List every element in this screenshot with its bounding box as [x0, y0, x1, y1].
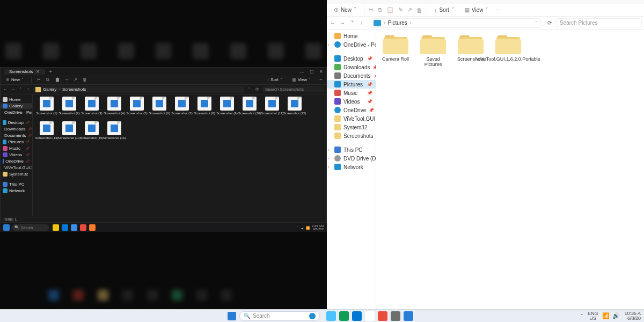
nav-recent-button[interactable]: ˅: [348, 20, 356, 26]
sidebar-item-downloads[interactable]: Downloads📌: [1, 126, 32, 132]
file-item[interactable]: Screenshot (8): [194, 97, 215, 119]
folder-item[interactable]: Camera Roll: [379, 35, 412, 68]
sidebar-item-vivetool-gui-1-6-2-0[interactable]: ViVeTool.GUI.1.6.2.0: [327, 114, 376, 123]
sidebar-item-system32[interactable]: System32: [1, 171, 32, 177]
file-item[interactable]: Screenshot (7): [171, 97, 193, 119]
file-item[interactable]: Screenshot (3): [81, 97, 103, 119]
sidebar-item-desktop[interactable]: Desktop📌: [1, 120, 32, 126]
file-item[interactable]: Screenshot (16): [104, 121, 125, 144]
new-tab-button[interactable]: ＋: [48, 68, 53, 75]
sidebar-item-home[interactable]: Home: [327, 32, 376, 40]
system-tray[interactable]: ˄ ENG US 📶 🔊 10:35 A 6/8/20: [413, 311, 644, 321]
share-icon[interactable]: ↗: [407, 6, 412, 13]
sidebar-item-videos[interactable]: Videos📌: [327, 97, 376, 106]
language-indicator[interactable]: ENG US: [588, 311, 598, 321]
sidebar-item-screenshots[interactable]: Screenshots: [327, 131, 376, 140]
view-button[interactable]: ▦View ˅: [290, 77, 313, 83]
sidebar-item-gallery[interactable]: Gallery: [1, 103, 32, 109]
taskbar-app[interactable]: [326, 311, 336, 321]
sidebar-item-music[interactable]: Music📌: [1, 145, 32, 151]
sort-button[interactable]: ↕Sort ˅: [431, 5, 457, 14]
sidebar-item-music[interactable]: Music📌: [327, 89, 376, 97]
sidebar-item-onedrive-persona[interactable]: ›OneDrive - Persona: [327, 40, 376, 49]
nav-forward-button[interactable]: →: [339, 20, 346, 26]
sidebar-item-videos[interactable]: Videos📌: [1, 152, 32, 158]
taskbar-app[interactable]: [365, 311, 375, 321]
sidebar-item-dvd-drive-d-ccc[interactable]: ›DVD Drive (D:) CCC: [327, 154, 376, 163]
dark-tab-screenshots[interactable]: Screenshots ✕: [4, 69, 45, 75]
cut-icon[interactable]: ✂: [37, 77, 41, 82]
sidebar-item-network[interactable]: ›Network: [327, 163, 376, 171]
search-input[interactable]: Search Pictures: [556, 18, 642, 27]
breadcrumb[interactable]: › Pictures › ˅: [370, 18, 541, 28]
taskbar-app[interactable]: [53, 224, 59, 231]
sidebar-item-desktop[interactable]: Desktop📌: [327, 54, 376, 63]
chevron-right-icon[interactable]: ›: [328, 156, 330, 161]
taskbar-app[interactable]: [391, 311, 400, 321]
file-item[interactable]: Screenshot (14): [58, 121, 80, 144]
sidebar-item-this-pc[interactable]: This PC: [1, 181, 32, 187]
paste-icon[interactable]: 📋: [55, 77, 60, 82]
sort-button[interactable]: ↕Sort ˅: [265, 77, 284, 83]
new-button[interactable]: ⊕New ˅: [331, 5, 360, 14]
refresh-button[interactable]: ⟳: [254, 87, 260, 92]
clock[interactable]: 10:35 A 6/8/20: [624, 311, 641, 321]
sidebar-item-vivetool-gui-1-6-2-0[interactable]: ViVeTool.GUI.1.6.2.0: [1, 165, 32, 171]
folder-item[interactable]: Screenshots: [455, 35, 487, 68]
nav-recent-button[interactable]: ˅: [18, 87, 23, 92]
taskbar-app[interactable]: [80, 224, 86, 231]
paste-icon[interactable]: 📋: [386, 6, 394, 13]
chevron-right-icon[interactable]: ›: [328, 165, 330, 170]
file-item[interactable]: Screenshot (6): [149, 97, 170, 119]
embedded-system-tray[interactable]: ˄ ☁ 📶 9:29 AM 3/8/202: [297, 224, 324, 231]
dark-titlebar[interactable]: Screenshots ✕ ＋ ― ▢ ✕: [1, 68, 326, 75]
address-dropdown[interactable]: ˅: [246, 87, 252, 92]
embedded-search-input[interactable]: 🔍 Search: [12, 224, 49, 231]
file-item[interactable]: Screenshot (15): [81, 121, 103, 144]
taskbar-search-input[interactable]: 🔍 Search: [239, 311, 320, 321]
sidebar-item-onedrive[interactable]: OneDrive📌: [327, 106, 376, 114]
sidebar-item-network[interactable]: Network: [1, 188, 32, 194]
file-item[interactable]: Screenshot (4): [104, 97, 125, 119]
taskbar-app[interactable]: [71, 224, 77, 231]
file-item[interactable]: Screenshot (5): [126, 97, 148, 119]
taskbar-app[interactable]: [378, 311, 387, 321]
taskbar-app[interactable]: [89, 224, 96, 231]
cloud-icon[interactable]: ☁: [301, 226, 304, 230]
breadcrumb[interactable]: Gallery › Screenshots: [33, 86, 244, 93]
file-item[interactable]: Screenshot (12): [284, 97, 305, 119]
sidebar-item-downloads[interactable]: Downloads📌: [327, 63, 376, 71]
sidebar-item-onedrive[interactable]: OneDrive📌: [1, 158, 32, 164]
more-button[interactable]: ⋯: [318, 77, 323, 82]
minimize-button[interactable]: ―: [300, 69, 304, 74]
refresh-button[interactable]: ⟳: [545, 20, 554, 26]
file-item[interactable]: Screenshot (10): [239, 97, 260, 119]
share-icon[interactable]: ↗: [74, 77, 77, 82]
maximize-button[interactable]: ▢: [310, 69, 314, 74]
taskbar-app[interactable]: [404, 311, 413, 321]
sidebar-item-onedrive-persona[interactable]: OneDrive - Persona: [1, 109, 32, 115]
sidebar-item-pictures[interactable]: Pictures📌: [327, 80, 376, 89]
cut-icon[interactable]: ✂: [369, 6, 374, 13]
sidebar-item-documents[interactable]: Documents📌: [1, 133, 32, 138]
folder-item[interactable]: Saved Pictures: [417, 35, 449, 68]
volume-icon[interactable]: 🔊: [612, 312, 620, 319]
search-input[interactable]: Search Screenshots: [262, 86, 324, 92]
file-item[interactable]: Screenshot (2): [58, 97, 80, 119]
chevron-right-icon[interactable]: ›: [328, 42, 330, 47]
delete-icon[interactable]: 🗑: [83, 77, 87, 82]
file-item[interactable]: Screenshot (9): [216, 97, 238, 119]
tab-close-icon[interactable]: ✕: [36, 69, 40, 74]
chevron-up-icon[interactable]: ˄: [297, 226, 298, 230]
taskbar-app[interactable]: [339, 311, 349, 321]
close-button[interactable]: ✕: [319, 69, 323, 74]
sidebar-item-home[interactable]: Home: [1, 97, 32, 103]
file-item[interactable]: Screenshot (13): [36, 121, 57, 144]
sidebar-item-documents[interactable]: Documents📌: [327, 71, 376, 80]
start-button[interactable]: [228, 312, 236, 320]
more-button[interactable]: ⋯: [495, 7, 502, 13]
chevron-up-icon[interactable]: ˄: [581, 313, 583, 319]
nav-back-button[interactable]: ←: [3, 87, 8, 92]
rename-icon[interactable]: ⌁: [65, 77, 68, 82]
nav-up-button[interactable]: ↑: [358, 20, 365, 26]
